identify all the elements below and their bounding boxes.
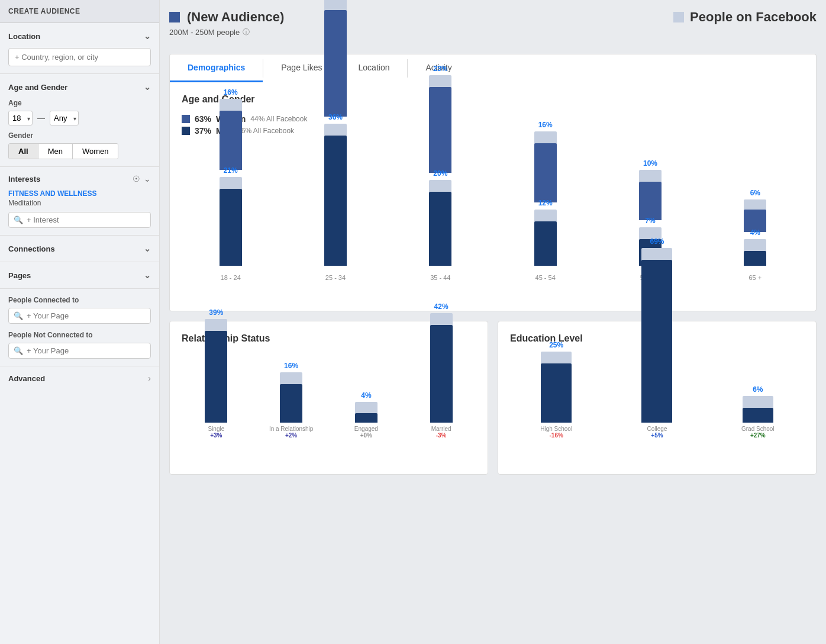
women-bar (429, 87, 451, 173)
women-bar (639, 182, 662, 220)
pages-section: Pages ⌄ (0, 262, 159, 289)
edu-bar-group: 25%High School-16% (510, 352, 602, 439)
age-group: 16%21%18 - 24 (182, 99, 279, 281)
age-gender-card: Age and Gender 63% Women 44% All Faceboo… (169, 82, 817, 311)
men-bar (220, 189, 242, 266)
rel-sublabel: +3% (210, 432, 222, 439)
facebook-people-block: People on Facebook (673, 9, 817, 25)
interests-settings-icon: ☉ (133, 174, 140, 183)
women-bar (220, 111, 242, 170)
people-connected-section: People Connected to 🔍 People Not Connect… (0, 289, 159, 366)
edu-fg-bar (743, 408, 773, 423)
age-from-select[interactable]: 182125 (8, 111, 33, 125)
women-pct-label: 6% (750, 189, 760, 197)
location-chevron-icon: ⌄ (144, 31, 151, 41)
audience-size-info-icon[interactable]: ⓘ (243, 27, 250, 37)
gender-button-group: All Men Women (8, 143, 118, 159)
relationship-bar-chart: 39%Single+3%16%In a Relationship+2%4%Eng… (182, 356, 476, 462)
gender-label: Gender (8, 131, 151, 140)
rel-bar-group: 39%Single+3% (182, 319, 251, 439)
edu-pct-label: 6% (753, 385, 763, 394)
women-pct-label: 16% (224, 88, 238, 96)
location-toggle[interactable]: Location ⌄ (8, 30, 151, 42)
people-not-connected-input[interactable] (27, 346, 146, 355)
age-gender-bar-chart: 16%21%18 - 2429%36%25 - 3423%20%35 - 441… (182, 145, 804, 299)
interest-input[interactable] (27, 215, 146, 224)
people-connected-search-icon: 🔍 (14, 311, 23, 320)
rel-sublabel: +0% (360, 432, 372, 439)
edu-sublabel: +27% (750, 432, 766, 439)
age-from-wrapper: 182125 (8, 111, 33, 125)
edu-fg-bar (541, 363, 572, 423)
audience-title-block: (New Audience) 200M - 250M people ⓘ (169, 9, 284, 37)
men-pct-label: 7% (645, 217, 655, 225)
rel-pct-label: 16% (284, 362, 298, 370)
pages-toggle[interactable]: Pages ⌄ (8, 269, 151, 281)
age-to-select[interactable]: Any354565+ (50, 111, 79, 125)
location-input[interactable] (8, 48, 151, 66)
people-connected-input[interactable] (27, 311, 146, 320)
tab-demographics[interactable]: Demographics (170, 54, 263, 82)
rel-pct-label: 42% (434, 302, 449, 311)
age-to-wrapper: Any354565+ (50, 111, 79, 125)
edu-axis-label: Grad School (741, 426, 775, 432)
rel-sublabel: +2% (285, 432, 297, 439)
men-bar (429, 192, 451, 266)
pages-label: Pages (8, 271, 31, 280)
rel-fg-bar (430, 325, 453, 423)
interest-search-icon: 🔍 (14, 215, 23, 224)
audience-size: 200M - 250M people ⓘ (169, 27, 284, 37)
people-not-connected-label: People Not Connected to (8, 331, 151, 339)
rel-fg-bar (355, 413, 377, 423)
men-pct-label: 12% (538, 199, 553, 207)
people-connected-input-row: 🔍 (8, 308, 151, 324)
women-pct-label: 10% (643, 159, 657, 168)
create-audience-header: CREATE AUDIENCE (0, 0, 159, 23)
age-group: 16%12%45 - 54 (496, 131, 594, 281)
connections-chevron-icon: ⌄ (144, 244, 151, 253)
rel-axis-label: Married (431, 426, 451, 432)
men-pct-label: 21% (224, 166, 238, 175)
edu-fg-bar (641, 260, 672, 423)
location-input-container (8, 48, 151, 66)
age-gender-toggle[interactable]: Age and Gender ⌄ (8, 81, 151, 93)
audience-title-row: (New Audience) (169, 9, 284, 25)
edu-bar-group: 6%Grad School+27% (712, 396, 804, 439)
people-not-connected-search-icon: 🔍 (14, 346, 23, 355)
gender-men-button[interactable]: Men (38, 144, 73, 159)
age-axis-label: 35 - 44 (430, 274, 450, 281)
main-content: (New Audience) 200M - 250M people ⓘ Peop… (160, 0, 826, 644)
gender-women-button[interactable]: Women (73, 144, 118, 159)
advanced-chevron-icon: › (148, 373, 151, 383)
interest-input-row: 🔍 (8, 212, 151, 228)
age-axis-label: 25 - 34 (325, 274, 346, 281)
rel-bar-group: 16%In a Relationship+2% (257, 372, 326, 439)
rel-axis-label: In a Relationship (269, 426, 314, 432)
people-connected-label: People Connected to (8, 296, 151, 304)
rel-fg-bar (280, 384, 302, 423)
education-bar-chart: 25%High School-16%69%College+5%6%Grad Sc… (510, 356, 804, 462)
men-pct-label: 20% (433, 169, 447, 178)
gender-all-button[interactable]: All (9, 144, 38, 159)
relationship-card: Relationship Status 39%Single+3%16%In a … (169, 321, 488, 475)
women-pct-label: 23% (433, 65, 447, 73)
interests-icons[interactable]: ☉ ⌄ (133, 174, 151, 183)
interests-chevron-icon: ⌄ (144, 174, 151, 183)
edu-axis-label: College (647, 426, 667, 432)
men-bar (324, 136, 347, 266)
rel-axis-label: Single (208, 426, 224, 432)
connections-toggle[interactable]: Connections ⌄ (8, 243, 151, 255)
interests-label: Interests (8, 175, 40, 183)
age-group: 23%20%35 - 44 (392, 75, 489, 281)
advanced-section[interactable]: Advanced › (0, 366, 159, 390)
rel-pct-label: 39% (209, 308, 223, 317)
rel-sublabel: -3% (436, 432, 447, 439)
men-pct-label: 4% (750, 228, 760, 237)
facebook-label: People on Facebook (690, 9, 817, 25)
age-axis-label: 45 - 54 (535, 274, 556, 281)
education-card: Education Level 25%High School-16%69%Col… (498, 321, 817, 475)
rel-pct-label: 4% (361, 391, 371, 400)
interests-section: Interests ☉ ⌄ FITNESS AND WELLNESS Medit… (0, 167, 159, 236)
facebook-color-indicator (673, 12, 684, 22)
age-group: 29%36%25 - 34 (286, 0, 384, 281)
